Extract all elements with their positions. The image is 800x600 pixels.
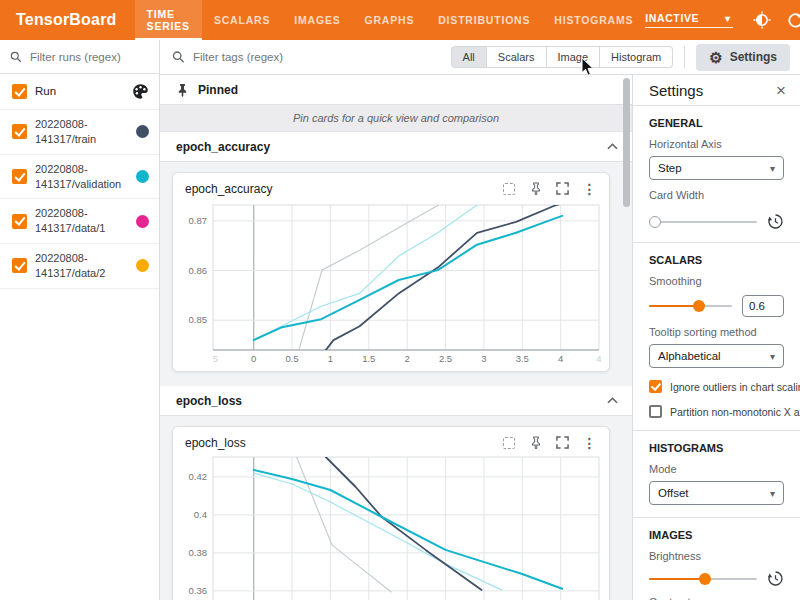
tab-histograms[interactable]: HISTOGRAMS: [542, 0, 645, 40]
svg-text:0.36: 0.36: [189, 585, 208, 596]
fullscreen-icon[interactable]: [555, 435, 570, 450]
tab-distributions[interactable]: DISTRIBUTIONS: [426, 0, 542, 40]
chip-image[interactable]: Image: [547, 46, 601, 68]
settings-section-general: GENERAL Horizontal Axis Step ▾ Card Widt…: [633, 106, 800, 243]
close-icon[interactable]: ×: [776, 82, 786, 99]
filter-runs-field[interactable]: [0, 40, 159, 74]
reload-status-value: INACTIVE: [645, 12, 699, 24]
partition-x-axis-checkbox[interactable]: [649, 405, 662, 418]
run-label: 20220808-141317/train: [35, 117, 128, 147]
card-width-label: Card Width: [649, 189, 784, 201]
brightness-slider[interactable]: [649, 573, 757, 585]
pinned-empty-hint: Pin cards for a quick view and compariso…: [160, 105, 632, 132]
tooltip-sorting-label: Tooltip sorting method: [649, 326, 784, 338]
svg-text:0: 0: [251, 353, 256, 364]
run-color-dot: [136, 170, 149, 183]
svg-text:0.4: 0.4: [194, 509, 207, 520]
chevron-down-icon: ▾: [770, 488, 775, 499]
contrast-label: Contrast: [649, 596, 784, 600]
tooltip-sorting-select[interactable]: Alphabetical ▾: [649, 344, 784, 368]
run-checkbox[interactable]: [12, 124, 27, 139]
pin-card-icon[interactable]: [528, 435, 543, 450]
card-title: epoch_loss: [185, 436, 501, 450]
svg-text:2.5: 2.5: [439, 353, 452, 364]
chip-scalars[interactable]: Scalars: [487, 46, 547, 68]
settings-section-scalars: SCALARS Smoothing Tooltip sorting method…: [633, 243, 800, 431]
partition-x-axis-row[interactable]: Partition non-monotonic X axis ?: [649, 405, 784, 418]
run-label: 20220808-141317/validation: [35, 162, 128, 192]
runs-header-row: Run: [0, 74, 159, 110]
scrollbar-thumb[interactable]: [623, 78, 630, 207]
run-color-dot: [136, 259, 149, 272]
ignore-outliers-row[interactable]: Ignore outliers in chart scaling: [649, 380, 784, 393]
settings-button[interactable]: ⚙ Settings: [696, 44, 790, 71]
svg-text:0.42: 0.42: [189, 471, 208, 482]
run-checkbox[interactable]: [12, 258, 27, 273]
filter-runs-input[interactable]: [30, 51, 149, 63]
section-header-epoch-accuracy[interactable]: epoch_accuracy: [160, 132, 632, 162]
epoch-loss-chart[interactable]: 0.360.380.40.42: [179, 455, 607, 600]
theme-toggle-icon[interactable]: [752, 11, 771, 30]
filter-tags-input[interactable]: [193, 51, 451, 63]
svg-text:0.85: 0.85: [189, 314, 208, 325]
svg-text:4: 4: [596, 353, 601, 364]
histogram-mode-select[interactable]: Offset ▾: [649, 481, 784, 505]
pin-card-icon[interactable]: [528, 181, 543, 196]
ignore-outliers-checkbox[interactable]: [649, 380, 662, 393]
refresh-icon[interactable]: [786, 11, 800, 30]
smoothing-value-input[interactable]: [742, 295, 784, 317]
pinned-title: Pinned: [198, 83, 238, 97]
cards-scroll-area: Pinned Pin cards for a quick view and co…: [160, 75, 632, 600]
horizontal-axis-select[interactable]: Step ▾: [649, 156, 784, 180]
runs-header-label: Run: [35, 84, 124, 100]
settings-section-histograms: HISTOGRAMS Mode Offset ▾: [633, 431, 800, 518]
svg-text:0.5: 0.5: [285, 353, 298, 364]
svg-text:3.5: 3.5: [516, 353, 529, 364]
app-header: TensorBoard TIME SERIES SCALARS IMAGES G…: [0, 0, 800, 40]
tab-images[interactable]: IMAGES: [282, 0, 352, 40]
fit-domain-icon[interactable]: [501, 435, 516, 450]
run-label: 20220808-141317/data/1: [35, 206, 128, 236]
run-row-data-2[interactable]: 20220808-141317/data/2: [0, 244, 159, 289]
fullscreen-icon[interactable]: [555, 181, 570, 196]
tab-scalars[interactable]: SCALARS: [202, 0, 282, 40]
card-width-slider[interactable]: [649, 216, 757, 228]
search-icon: [172, 50, 185, 64]
filter-tags-field[interactable]: [172, 50, 451, 64]
settings-section-images: IMAGES Brightness Contrast: [633, 518, 800, 600]
chip-all[interactable]: All: [451, 46, 487, 68]
nav-tabs: TIME SERIES SCALARS IMAGES GRAPHS DISTRI…: [135, 0, 646, 40]
tags-toolbar: All Scalars Image Histogram ⚙ Settings: [160, 40, 800, 75]
chip-histogram[interactable]: Histogram: [600, 46, 673, 68]
header-actions: INACTIVE ▾ ⚙ ?: [645, 0, 800, 40]
svg-text:4: 4: [558, 353, 563, 364]
more-options-icon[interactable]: ⋮: [582, 181, 597, 196]
svg-text:0.87: 0.87: [189, 215, 208, 226]
tab-graphs[interactable]: GRAPHS: [353, 0, 427, 40]
svg-text:5: 5: [213, 353, 218, 364]
tab-time-series[interactable]: TIME SERIES: [135, 0, 202, 40]
reload-status-select[interactable]: INACTIVE ▾: [645, 12, 733, 28]
settings-panel: Settings × GENERAL Horizontal Axis Step …: [632, 75, 800, 600]
section-header-epoch-loss[interactable]: epoch_loss: [160, 386, 632, 416]
run-color-dot: [136, 125, 149, 138]
search-icon: [10, 50, 22, 64]
run-checkbox[interactable]: [12, 214, 27, 229]
reset-icon[interactable]: [767, 570, 784, 587]
pin-icon: [176, 83, 189, 97]
epoch-accuracy-chart[interactable]: 0.850.860.87500.511.522.533.544: [179, 201, 607, 367]
palette-icon[interactable]: [132, 83, 149, 100]
scalar-card-epoch-accuracy: epoch_accuracy ⋮ 0.850.860.875: [172, 172, 610, 372]
svg-text:0.38: 0.38: [189, 547, 208, 558]
run-row-train[interactable]: 20220808-141317/train: [0, 110, 159, 155]
run-row-validation[interactable]: 20220808-141317/validation: [0, 155, 159, 200]
run-checkbox[interactable]: [12, 169, 27, 184]
reset-icon[interactable]: [767, 213, 784, 230]
select-all-runs-checkbox[interactable]: [12, 84, 27, 99]
smoothing-slider[interactable]: [649, 300, 732, 312]
svg-text:2: 2: [405, 353, 410, 364]
epoch-accuracy-cards: epoch_accuracy ⋮ 0.850.860.875: [160, 162, 632, 386]
more-options-icon[interactable]: ⋮: [582, 435, 597, 450]
fit-domain-icon[interactable]: [501, 181, 516, 196]
run-row-data-1[interactable]: 20220808-141317/data/1: [0, 199, 159, 244]
